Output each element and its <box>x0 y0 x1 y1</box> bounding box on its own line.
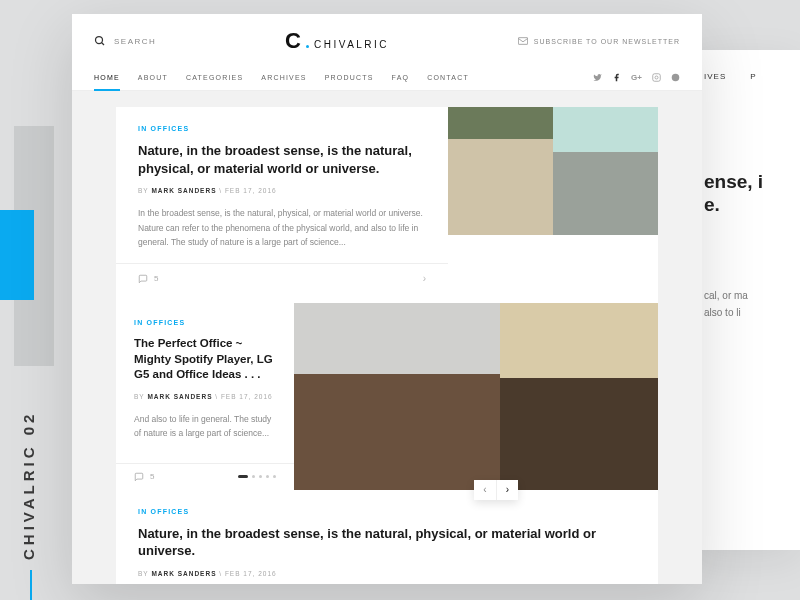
article-title[interactable]: The Perfect Office ~ Mighty Spotify Play… <box>134 336 276 383</box>
article-date: FEB 17, 2016 <box>225 570 277 577</box>
nav-contact[interactable]: CONTACT <box>427 64 469 90</box>
gallery-next-button[interactable]: › <box>496 480 518 500</box>
svg-point-0 <box>96 37 103 44</box>
pinterest-icon[interactable] <box>671 73 680 82</box>
article-card: IN OFFICES The Perfect Office ~ Mighty S… <box>116 303 658 489</box>
svg-rect-3 <box>653 73 661 81</box>
bg-title-fragment: ense, i e. <box>704 171 786 217</box>
mail-icon <box>518 37 528 45</box>
googleplus-icon[interactable]: G+ <box>631 73 642 82</box>
svg-line-1 <box>102 43 105 46</box>
twitter-icon[interactable] <box>593 73 602 82</box>
nav-products[interactable]: PRODUCTS <box>325 64 374 90</box>
search-icon <box>94 35 106 47</box>
svg-rect-2 <box>518 38 527 45</box>
page-label: CHIVALRIC 02 <box>20 411 37 560</box>
social-icons: G+ <box>593 73 680 82</box>
instagram-icon[interactable] <box>652 73 661 82</box>
article-category[interactable]: IN OFFICES <box>138 508 636 515</box>
svg-point-5 <box>672 73 680 81</box>
article-date: FEB 17, 2016 <box>221 393 273 400</box>
svg-point-4 <box>655 76 658 79</box>
article-title[interactable]: Nature, in the broadest sense, is the na… <box>138 142 426 177</box>
search-label: Search <box>114 37 156 46</box>
gallery-image[interactable] <box>500 303 658 489</box>
article-card: IN OFFICES Nature, in the broadest sense… <box>116 107 658 303</box>
nav-about[interactable]: ABOUT <box>138 64 168 90</box>
comments-count[interactable]: 5 <box>134 472 154 482</box>
article-date: FEB 17, 2016 <box>225 187 277 194</box>
content-area: IN OFFICES Nature, in the broadest sense… <box>72 91 702 584</box>
article-excerpt: And also to life in general. The study o… <box>134 412 276 441</box>
nav-home[interactable]: HOME <box>94 64 120 90</box>
main-window: Search C CHIVALRIC SUBSCRIBE TO OUR NEWS… <box>72 14 702 584</box>
nav-bar: HOME ABOUT CATEGORIES ARCHIVES PRODUCTS … <box>72 64 702 91</box>
article-image[interactable] <box>553 107 658 235</box>
article-author[interactable]: MARK SANDERS <box>151 187 216 194</box>
bg-nav-item: IVES <box>704 72 726 81</box>
article-author[interactable]: MARK SANDERS <box>151 570 216 577</box>
nav-archives[interactable]: ARCHIVES <box>261 64 306 90</box>
article-images <box>448 107 658 303</box>
article-byline: BY MARK SANDERS \ FEB 17, 2016 <box>138 570 636 577</box>
logo-text: CHIVALRIC <box>314 39 389 50</box>
pagination-dots[interactable] <box>238 475 276 478</box>
bg-nav-item: P <box>750 72 756 81</box>
bg-accent-block <box>0 210 34 300</box>
logo[interactable]: C CHIVALRIC <box>285 28 389 54</box>
chevron-right-icon[interactable]: › <box>423 273 426 284</box>
nav-categories[interactable]: CATEGORIES <box>186 64 243 90</box>
article-image[interactable] <box>448 107 553 235</box>
search-button[interactable]: Search <box>94 35 156 47</box>
gallery-controls: ‹ › <box>474 480 518 500</box>
nav-links: HOME ABOUT CATEGORIES ARCHIVES PRODUCTS … <box>94 64 469 90</box>
gallery-prev-button[interactable]: ‹ <box>474 480 496 500</box>
comments-count[interactable]: 5 <box>138 274 158 284</box>
logo-mark: C <box>285 28 301 54</box>
article-byline: BY MARK SANDERS \ FEB 17, 2016 <box>134 393 276 400</box>
page-label-line <box>30 570 32 600</box>
article-gallery: ‹ › <box>294 303 658 489</box>
newsletter-text: SUBSCRIBE TO OUR NEWSLETTER <box>534 38 680 45</box>
bg-body-fragment: cal, or ma also to li <box>704 287 786 321</box>
article-excerpt: In the broadest sense, is the natural, p… <box>138 206 426 249</box>
article-card: IN OFFICES Nature, in the broadest sense… <box>116 490 658 584</box>
nav-faq[interactable]: FAQ <box>392 64 410 90</box>
header: Search C CHIVALRIC SUBSCRIBE TO OUR NEWS… <box>72 14 702 64</box>
logo-dot <box>306 45 309 48</box>
article-title[interactable]: Nature, in the broadest sense, is the na… <box>138 525 636 560</box>
background-preview-card: IVES P ense, i e. cal, or ma also to li <box>690 50 800 550</box>
article-category[interactable]: IN OFFICES <box>138 125 426 132</box>
facebook-icon[interactable] <box>612 73 621 82</box>
article-author[interactable]: MARK SANDERS <box>147 393 212 400</box>
newsletter-link[interactable]: SUBSCRIBE TO OUR NEWSLETTER <box>518 37 680 45</box>
article-category[interactable]: IN OFFICES <box>134 319 276 326</box>
article-byline: BY MARK SANDERS \ FEB 17, 2016 <box>138 187 426 194</box>
gallery-image[interactable] <box>294 303 500 489</box>
